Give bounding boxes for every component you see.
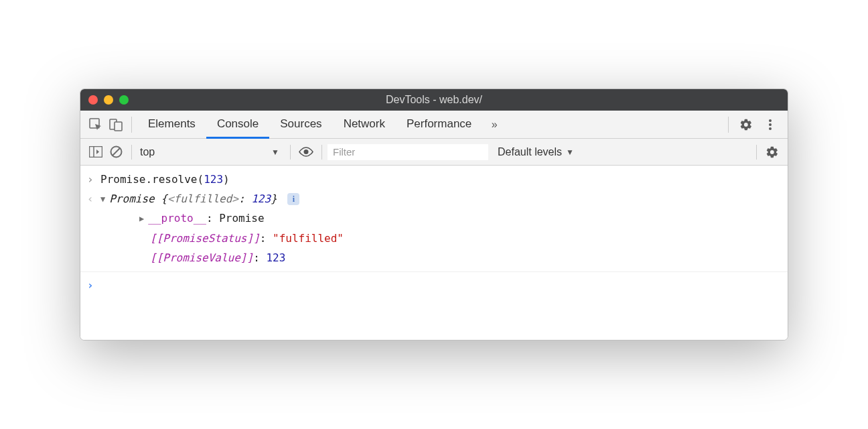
chevron-double-right-icon: »: [492, 119, 498, 131]
number-literal: 123: [204, 173, 223, 186]
promise-value: 123: [251, 192, 271, 205]
window-title: DevTools - web.dev/: [80, 94, 788, 106]
svg-point-10: [304, 149, 309, 154]
console-input[interactable]: [100, 276, 781, 294]
console-settings-button[interactable]: [762, 139, 782, 166]
svg-point-5: [769, 127, 772, 130]
tab-sources[interactable]: Sources: [269, 111, 332, 139]
kebab-icon: [764, 119, 776, 131]
gear-icon: [739, 118, 753, 131]
device-toolbar-icon[interactable]: [106, 111, 126, 139]
dropdown-triangle-icon: ▼: [566, 147, 574, 157]
tabs-overflow-button[interactable]: »: [482, 111, 506, 139]
separator: [728, 117, 729, 133]
console-input-row: › Promise.resolve(123): [80, 170, 788, 189]
property-key: [[PromiseValue]]: [150, 251, 253, 264]
prompt-icon: ›: [87, 276, 100, 294]
code-text: Promise.resolve(: [100, 173, 204, 186]
tab-elements[interactable]: Elements: [137, 111, 206, 139]
input-marker-icon: ›: [87, 170, 100, 188]
titlebar: DevTools - web.dev/: [80, 89, 788, 111]
property-row-value: [[PromiseValue]]: 123: [80, 248, 788, 267]
expander-open-icon[interactable]: ▼: [100, 192, 105, 206]
eye-icon: [299, 147, 313, 157]
console-prompt-row[interactable]: ›: [80, 271, 788, 295]
clear-console-button[interactable]: [106, 139, 126, 166]
object-class-name: Promise: [109, 192, 154, 205]
context-label: top: [140, 146, 155, 158]
separator: [290, 145, 291, 160]
property-row-status: [[PromiseStatus]]: "fulfilled": [80, 229, 788, 248]
inspect-element-icon[interactable]: [86, 111, 106, 139]
property-value: "fulfilled": [273, 232, 344, 245]
console-toolbar: top ▼ Default levels ▼: [80, 139, 788, 166]
levels-label: Default levels: [498, 146, 562, 158]
svg-rect-6: [90, 147, 102, 158]
kebab-menu-button[interactable]: [758, 111, 782, 139]
separator: [756, 145, 757, 160]
console-sidebar-toggle[interactable]: [86, 139, 106, 166]
log-levels-selector[interactable]: Default levels ▼: [498, 146, 574, 158]
tab-network[interactable]: Network: [333, 111, 396, 139]
svg-point-3: [769, 119, 772, 122]
window-close-button[interactable]: [88, 95, 98, 105]
dropdown-triangle-icon: ▼: [271, 147, 279, 157]
svg-rect-2: [115, 122, 122, 131]
separator: [131, 117, 132, 133]
console-result-row: ‹ ▼Promise {<fulfilled>: 123} i: [80, 189, 788, 208]
tab-performance[interactable]: Performance: [396, 111, 482, 139]
svg-line-9: [113, 148, 120, 156]
console-output: › Promise.resolve(123) ‹ ▼Promise {<fulf…: [80, 166, 788, 340]
property-key: [[PromiseStatus]]: [150, 232, 260, 245]
live-expression-button[interactable]: [296, 139, 316, 166]
devtools-window: DevTools - web.dev/ Elements Console Sou…: [80, 88, 788, 341]
separator: [321, 145, 322, 160]
tab-console[interactable]: Console: [206, 111, 269, 139]
property-row-proto: ▶__proto__: Promise: [80, 208, 788, 228]
output-marker-icon: ‹: [87, 190, 100, 208]
separator: [131, 145, 132, 160]
traffic-lights: [88, 95, 129, 105]
expander-closed-icon[interactable]: ▶: [139, 212, 144, 225]
info-badge-icon[interactable]: i: [287, 193, 299, 205]
property-value: 123: [266, 251, 285, 264]
settings-button[interactable]: [734, 111, 758, 139]
property-key: __proto__: [148, 212, 206, 225]
window-minimize-button[interactable]: [104, 95, 113, 105]
no-entry-icon: [110, 145, 123, 158]
filter-input[interactable]: [328, 144, 488, 160]
property-value: Promise: [219, 212, 264, 225]
execution-context-selector[interactable]: top ▼: [137, 146, 285, 158]
code-text: ): [223, 173, 230, 186]
svg-point-4: [769, 123, 772, 126]
window-maximize-button[interactable]: [119, 95, 129, 105]
promise-state: fulfilled: [174, 192, 232, 205]
gear-icon: [766, 145, 779, 159]
main-tabs-bar: Elements Console Sources Network Perform…: [80, 111, 788, 139]
